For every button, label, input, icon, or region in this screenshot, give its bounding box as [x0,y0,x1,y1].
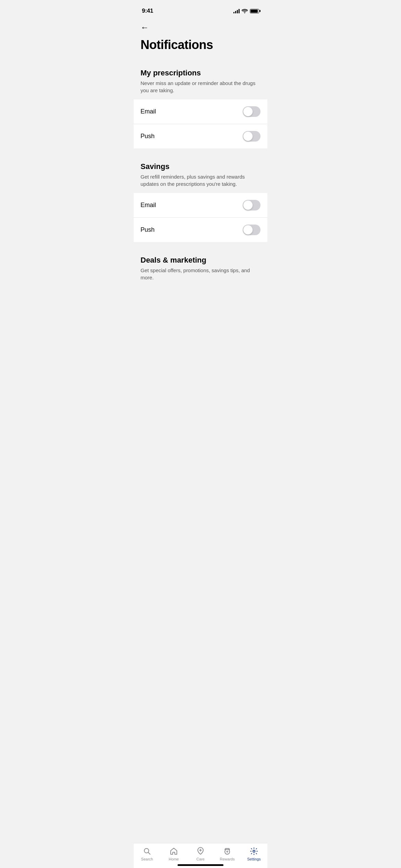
page-header: Notifications [134,35,267,60]
prescriptions-email-label: Email [141,108,156,115]
savings-push-toggle-thumb [243,225,253,234]
savings-push-toggle[interactable] [243,225,260,235]
savings-section-header: Savings Get refill reminders, plus savin… [134,154,267,193]
status-time: 9:41 [142,8,153,14]
divider-2 [134,242,267,248]
savings-email-row: Email [134,193,267,218]
savings-email-toggle[interactable] [243,200,260,210]
prescriptions-section-header: My prescriptions Never miss an update or… [134,60,267,99]
wifi-icon [242,9,248,13]
prescriptions-email-row: Email [134,99,267,124]
status-bar: 9:41 [134,0,267,17]
prescriptions-push-label: Push [141,133,155,140]
deals-section-desc: Get special offers, promotions, savings … [141,267,260,281]
prescriptions-section-title: My prescriptions [141,69,260,77]
prescriptions-push-row: Push [134,124,267,148]
savings-section-title: Savings [141,162,260,171]
status-icons [233,9,259,13]
savings-email-label: Email [141,202,156,209]
savings-section: Savings Get refill reminders, plus savin… [134,154,267,242]
deals-section: Deals & marketing Get special offers, pr… [134,248,267,287]
divider-1 [134,148,267,154]
prescriptions-push-toggle-thumb [243,132,253,141]
page-title: Notifications [141,38,260,52]
savings-push-label: Push [141,226,155,233]
content-area: My prescriptions Never miss an update or… [134,60,267,321]
back-arrow-icon: ← [141,23,149,32]
prescriptions-toggle-group: Email Push [134,99,267,148]
prescriptions-push-toggle[interactable] [243,131,260,142]
savings-push-row: Push [134,218,267,242]
battery-icon [250,9,259,13]
back-button[interactable]: ← [134,17,267,35]
deals-section-title: Deals & marketing [141,256,260,265]
prescriptions-email-toggle-thumb [243,107,253,116]
deals-section-header: Deals & marketing Get special offers, pr… [134,248,267,287]
prescriptions-email-toggle[interactable] [243,106,260,117]
signal-icon [233,9,240,13]
prescriptions-section: My prescriptions Never miss an update or… [134,60,267,148]
savings-email-toggle-thumb [243,201,253,210]
savings-toggle-group: Email Push [134,193,267,242]
savings-section-desc: Get refill reminders, plus savings and r… [141,173,260,188]
prescriptions-section-desc: Never miss an update or reminder about t… [141,80,260,94]
